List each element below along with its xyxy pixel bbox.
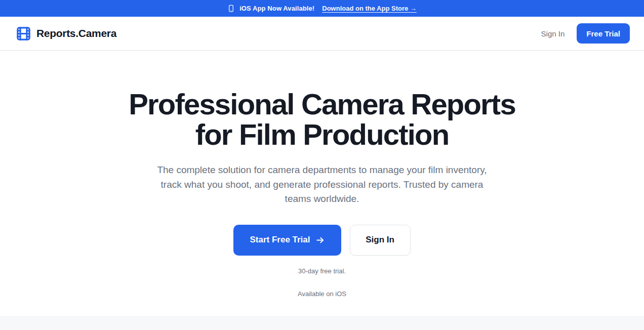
smartphone-icon (227, 5, 235, 12)
page-title: Professional Camera Reports for Film Pro… (0, 89, 644, 149)
hero-section: Professional Camera Reports for Film Pro… (0, 51, 644, 298)
cta-row: Start Free Trial Sign In (0, 225, 644, 256)
header-sign-in-link[interactable]: Sign In (541, 29, 565, 38)
trial-note: 30-day free trial. (0, 267, 644, 275)
brand-name: Reports.Camera (36, 27, 116, 39)
hero-subtitle: The complete solution for camera departm… (156, 163, 488, 205)
site-header: Reports.Camera Sign In Free Trial (0, 17, 644, 51)
header-nav: Sign In Free Trial (541, 23, 630, 44)
page-title-line2: for Film Production (0, 119, 644, 150)
app-store-link[interactable]: Download on the App Store → (322, 5, 417, 12)
header-free-trial-button[interactable]: Free Trial (577, 23, 630, 44)
sign-in-button[interactable]: Sign In (350, 225, 411, 256)
start-free-trial-label: Start Free Trial (250, 235, 310, 245)
announcement-banner: iOS App Now Available! Download on the A… (0, 0, 644, 17)
page-title-line1: Professional Camera Reports (0, 89, 644, 119)
availability-note: Available on iOS (0, 290, 644, 298)
arrow-right-icon (315, 235, 325, 245)
brand-logo[interactable]: Reports.Camera (16, 26, 116, 42)
film-strip-icon (16, 26, 31, 42)
banner-message: iOS App Now Available! (239, 5, 314, 12)
start-free-trial-button[interactable]: Start Free Trial (233, 225, 341, 256)
footer-strip (0, 316, 644, 330)
